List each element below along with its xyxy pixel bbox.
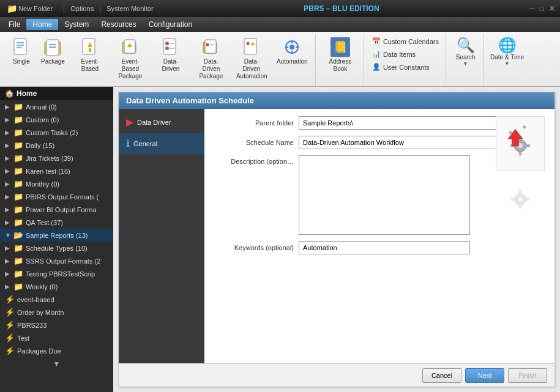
special-icon: ⚡ xyxy=(5,320,15,330)
app-icon: 📁 xyxy=(5,2,18,15)
item-label: Schedule Types (10) xyxy=(26,245,88,252)
menu-resources[interactable]: Resources xyxy=(95,19,142,30)
sidebar-scroll-down[interactable]: ▼ xyxy=(0,357,113,371)
nav-general[interactable]: ℹ General xyxy=(119,133,204,154)
parent-folder-input[interactable] xyxy=(299,116,523,130)
description-label: Description (option… xyxy=(214,155,294,165)
folder-icon: 📁 xyxy=(13,166,23,176)
sidebar-item-testing[interactable]: ▶ 📁 Testing PBRSTestScrip xyxy=(0,267,113,280)
sidebar-item-monthly[interactable]: ▶ 📁 Monthly (0) xyxy=(0,177,113,190)
ribbon-single-btn[interactable]: Single xyxy=(7,34,35,84)
search-icon: 🔍 xyxy=(457,37,475,54)
svg-point-24 xyxy=(246,42,249,45)
ribbon-event-based-btn[interactable]: Event-Based xyxy=(70,34,110,84)
sidebar-item-karen[interactable]: ▶ 📁 Karen test (16) xyxy=(0,165,113,177)
sidebar-item-pbirs[interactable]: ▶ 📁 PBIRS Output Formats ( xyxy=(0,190,113,203)
item-label: Custom Tasks (2) xyxy=(26,129,78,136)
expand-icon: ▶ xyxy=(5,116,11,123)
folder-icon: 📁 xyxy=(13,269,23,278)
ribbon-package-btn[interactable]: Package xyxy=(37,34,69,84)
new-folder-label: New Folder xyxy=(18,5,53,12)
search-dropdown-icon: ▼ xyxy=(463,61,468,67)
content-area: Data Driven Automation Schedule ▶ Data D… xyxy=(113,87,560,392)
expand-icon: ▼ xyxy=(5,232,11,239)
expand-icon: ▶ xyxy=(5,245,11,251)
schedule-name-label: Schedule Name xyxy=(214,139,294,146)
svg-rect-45 xyxy=(511,198,515,201)
sidebar-home[interactable]: 🏠 Home xyxy=(0,87,113,100)
finish-button[interactable]: Finish xyxy=(508,368,547,383)
svg-rect-35 xyxy=(519,152,522,155)
sidebar-packages-due[interactable]: ⚡ Packages Due xyxy=(0,344,113,357)
package-icon xyxy=(43,37,62,57)
ribbon-address-group: 📒 Address Book xyxy=(317,34,364,86)
ribbon-automation-btn[interactable]: Automation xyxy=(272,34,312,84)
item-label: Daily (15) xyxy=(26,142,54,149)
maximize-btn[interactable]: □ xyxy=(540,4,544,13)
close-btn[interactable]: ✕ xyxy=(549,4,555,13)
custom-calendars-btn[interactable]: 📅 Custom Calendars xyxy=(369,35,442,47)
cancel-button[interactable]: Cancel xyxy=(422,368,461,383)
ribbon-datetime-group[interactable]: 🌐 Date & Time ▼ xyxy=(485,34,529,86)
form-fields: Parent folder ... Schedule Name Descript… xyxy=(204,109,554,363)
data-items-label: Data Items xyxy=(383,51,416,58)
keywords-row: Keywords (optional) xyxy=(214,241,545,254)
system-monitor-label: System Monitor xyxy=(106,5,153,12)
parent-folder-row: Parent folder ... xyxy=(214,116,545,130)
sidebar-item-sample-reports[interactable]: ▼ 📂 Sample Reports (13) xyxy=(0,229,113,242)
form-body: ▶ Data Driver ℹ General Parent folder ..… xyxy=(119,109,554,363)
event-based-icon xyxy=(80,37,100,57)
ribbon-data-package-btn[interactable]: Data-Driven Package xyxy=(192,34,231,84)
data-package-icon xyxy=(201,37,221,57)
sidebar-item-ssrs[interactable]: ▶ 📁 SSRS Output Formats (2 xyxy=(0,254,113,267)
sidebar-item-daily[interactable]: ▶ 📁 Daily (15) xyxy=(0,139,113,152)
ribbon-event-package-btn[interactable]: Event-Based Package xyxy=(111,34,150,84)
sidebar-test[interactable]: ⚡ Test xyxy=(0,331,113,344)
keywords-input[interactable] xyxy=(299,241,470,254)
sidebar-item-jira[interactable]: ▶ 📁 Jira Tickets (39) xyxy=(0,152,113,165)
menu-home[interactable]: Home xyxy=(26,19,58,30)
data-items-btn[interactable]: 📊 Data Items xyxy=(369,48,442,60)
svg-rect-46 xyxy=(526,198,529,201)
sidebar-item-custom[interactable]: ▶ 📁 Custom (0) xyxy=(0,113,113,126)
sidebar-item-annual[interactable]: ▶ 📁 Annual (0) xyxy=(0,100,113,113)
ribbon-data-driven-btn[interactable]: Data-Driven xyxy=(151,34,190,84)
datetime-label: Date & Time xyxy=(490,54,524,61)
menu-system[interactable]: System xyxy=(58,19,95,30)
sidebar-pbrs233[interactable]: ⚡ PBRS233 xyxy=(0,319,113,331)
svg-rect-10 xyxy=(89,48,91,52)
user-constants-btn[interactable]: 👤 User Constants xyxy=(369,61,442,73)
home-label: Home xyxy=(17,89,37,98)
search-label: Search xyxy=(456,54,476,61)
menu-file[interactable]: File xyxy=(2,19,26,30)
ribbon-search-group[interactable]: 🔍 Search ▼ xyxy=(447,34,484,86)
minimize-btn[interactable]: ─ xyxy=(529,4,535,13)
next-button[interactable]: Next xyxy=(465,368,504,383)
sidebar-item-qa[interactable]: ▶ 📁 QA Test (37) xyxy=(0,216,113,229)
calendar-icon: 📅 xyxy=(372,37,381,45)
expand-icon: ▶ xyxy=(5,103,11,110)
nav-data-driver[interactable]: ▶ Data Driver xyxy=(119,111,204,133)
ribbon-data-automation-btn[interactable]: Data-Driven Automation xyxy=(232,34,271,84)
description-textarea[interactable] xyxy=(299,155,470,235)
sidebar-item-powerbi[interactable]: ▶ 📁 Power BI Output Forma xyxy=(0,203,113,216)
folder-icon: 📁 xyxy=(13,102,23,111)
sidebar-order-month[interactable]: ⚡ Order by Month xyxy=(0,306,113,319)
sidebar-item-schedule-types[interactable]: ▶ 📁 Schedule Types (10) xyxy=(0,242,113,254)
automation-label: Automation xyxy=(277,58,307,65)
sidebar-event-based[interactable]: ⚡ event-based xyxy=(0,293,113,306)
item-label: QA Test (37) xyxy=(26,219,63,226)
ribbon-address-btn[interactable]: 📒 Address Book xyxy=(321,34,360,84)
package-label: Package xyxy=(41,58,65,65)
menu-configuration[interactable]: Configuration xyxy=(143,19,198,30)
item-label: Power BI Output Forma xyxy=(26,206,97,213)
form-sidebar: ▶ Data Driver ℹ General xyxy=(119,109,204,363)
parent-folder-label: Parent folder xyxy=(214,119,294,127)
title-bar: 📁 New Folder Options System Monitor PBRS… xyxy=(0,0,560,17)
special-icon: ⚡ xyxy=(5,346,15,355)
item-label: Monthly (0) xyxy=(26,180,59,188)
sidebar-item-custom-tasks[interactable]: ▶ 📁 Custom Tasks (2) xyxy=(0,126,113,139)
special-icon: ⚡ xyxy=(5,333,15,342)
sidebar-item-weekly[interactable]: ▶ 📁 Weekly (0) xyxy=(0,280,113,293)
form-panel: Data Driven Automation Schedule ▶ Data D… xyxy=(118,92,555,387)
